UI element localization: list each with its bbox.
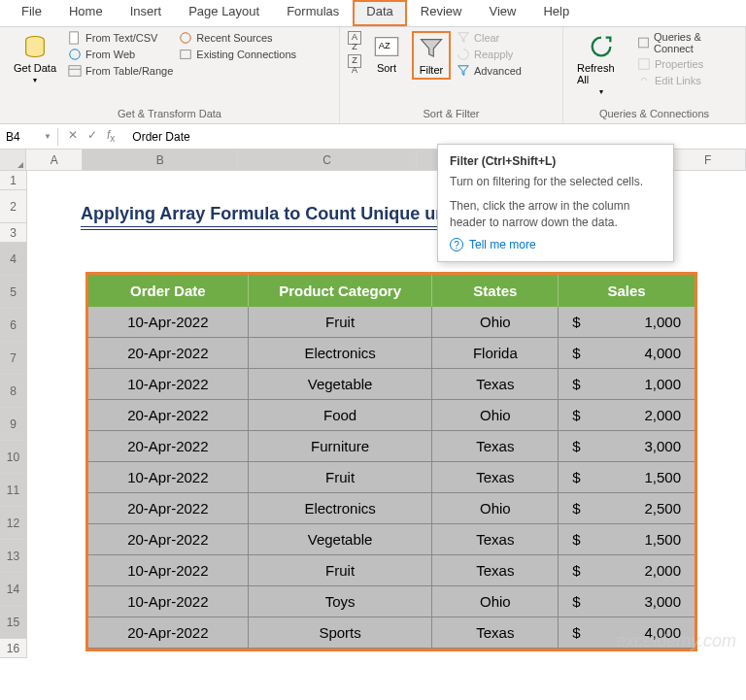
recent-sources-button[interactable]: Recent Sources <box>179 31 296 45</box>
from-text-csv-button[interactable]: From Text/CSV <box>68 31 173 45</box>
tab-help[interactable]: Help <box>529 0 583 26</box>
table-row[interactable]: 20-Apr-2022ElectronicsFlorida$4,000 <box>88 338 695 369</box>
sort-desc-button[interactable]: ZA <box>348 54 361 68</box>
cell-state[interactable]: Ohio <box>432 586 559 617</box>
chevron-down-icon[interactable]: ▼ <box>44 132 51 141</box>
col-header-F[interactable]: F <box>671 150 746 170</box>
existing-connections-button[interactable]: Existing Connections <box>179 48 296 61</box>
cell-date[interactable]: 20-Apr-2022 <box>88 493 249 524</box>
cell-date[interactable]: 20-Apr-2022 <box>88 400 249 431</box>
cell-state[interactable]: Texas <box>432 524 559 555</box>
row-header-13[interactable]: 13 <box>0 540 27 573</box>
edit-links-button[interactable]: Edit Links <box>637 74 737 87</box>
tab-pagelayout[interactable]: Page Layout <box>175 0 273 26</box>
name-box[interactable]: B4▼ <box>0 128 58 146</box>
formula-input[interactable]: Order Date <box>124 128 746 146</box>
table-row[interactable]: 10-Apr-2022FruitOhio$1,000 <box>88 307 695 338</box>
cell-sales[interactable]: $3,000 <box>559 431 695 462</box>
row-header-6[interactable]: 6 <box>0 309 27 342</box>
sort-asc-button[interactable]: AZ <box>348 31 361 45</box>
cell-date[interactable]: 10-Apr-2022 <box>88 369 249 400</box>
fx-icon[interactable]: fx <box>107 128 115 144</box>
advanced-filter-button[interactable]: Advanced <box>457 64 522 78</box>
tab-data[interactable]: Data <box>353 0 406 26</box>
row-header-15[interactable]: 15 <box>0 606 27 639</box>
cell-state[interactable]: Texas <box>432 431 559 462</box>
row-header-8[interactable]: 8 <box>0 375 27 408</box>
col-header-A[interactable]: A <box>26 150 83 170</box>
tab-view[interactable]: View <box>475 0 529 26</box>
cell-category[interactable]: Fruit <box>249 462 433 493</box>
cell-category[interactable]: Vegetable <box>249 369 433 400</box>
table-row[interactable]: 10-Apr-2022VegetableTexas$1,000 <box>88 369 695 400</box>
row-header-3[interactable]: 3 <box>0 223 27 243</box>
accept-formula-icon[interactable]: ✓ <box>87 128 97 144</box>
row-header-11[interactable]: 11 <box>0 474 27 507</box>
cell-date[interactable]: 20-Apr-2022 <box>88 524 249 555</box>
header-order-date[interactable]: Order Date <box>88 275 249 307</box>
from-web-button[interactable]: From Web <box>68 48 173 61</box>
cell-category[interactable]: Fruit <box>249 307 433 338</box>
table-row[interactable]: 20-Apr-2022SportsTexas$4,000 <box>88 617 695 649</box>
cell-state[interactable]: Ohio <box>432 493 559 524</box>
tab-review[interactable]: Review <box>407 0 476 26</box>
table-row[interactable]: 10-Apr-2022FruitTexas$1,500 <box>88 462 695 493</box>
cell-date[interactable]: 20-Apr-2022 <box>88 617 249 649</box>
cell-date[interactable]: 10-Apr-2022 <box>88 586 249 617</box>
cell-category[interactable]: Vegetable <box>249 524 433 555</box>
table-row[interactable]: 20-Apr-2022VegetableTexas$1,500 <box>88 524 695 555</box>
cell-sales[interactable]: $3,000 <box>559 586 695 617</box>
cell-date[interactable]: 10-Apr-2022 <box>88 462 249 493</box>
header-product-category[interactable]: Product Category <box>249 275 433 307</box>
cell-category[interactable]: Sports <box>249 617 433 649</box>
cell-date[interactable]: 20-Apr-2022 <box>88 431 249 462</box>
cell-sales[interactable]: $2,000 <box>559 555 695 586</box>
cancel-formula-icon[interactable]: ✕ <box>68 128 78 144</box>
sort-button[interactable]: AZ Sort <box>367 31 406 76</box>
get-data-button[interactable]: Get Data▾ <box>8 31 62 86</box>
cell-sales[interactable]: $1,500 <box>559 524 695 555</box>
row-header-10[interactable]: 10 <box>0 441 27 474</box>
row-header-14[interactable]: 14 <box>0 573 27 606</box>
col-header-B[interactable]: B <box>83 150 238 170</box>
page-title[interactable]: Applying Array Formula to Count Unique u… <box>81 204 461 230</box>
cell-state[interactable]: Texas <box>432 462 559 493</box>
row-header-7[interactable]: 7 <box>0 342 27 375</box>
row-header-12[interactable]: 12 <box>0 507 27 540</box>
queries-connections-button[interactable]: Queries & Connect <box>637 31 737 54</box>
cell-date[interactable]: 10-Apr-2022 <box>88 307 249 338</box>
cell-state[interactable]: Texas <box>432 617 559 649</box>
cell-date[interactable]: 20-Apr-2022 <box>88 338 249 369</box>
header-states[interactable]: States <box>432 275 559 307</box>
table-row[interactable]: 10-Apr-2022ToysOhio$3,000 <box>88 586 695 617</box>
tab-home[interactable]: Home <box>55 0 117 26</box>
clear-filter-button[interactable]: Clear <box>457 31 522 45</box>
cell-category[interactable]: Electronics <box>249 338 433 369</box>
tab-insert[interactable]: Insert <box>117 0 176 26</box>
cell-state[interactable]: Ohio <box>432 307 559 338</box>
cell-state[interactable]: Ohio <box>432 400 559 431</box>
tooltip-tell-me-more[interactable]: ?Tell me more <box>450 238 661 251</box>
reapply-button[interactable]: Reapply <box>457 48 522 61</box>
tab-file[interactable]: File <box>8 0 55 26</box>
cell-sales[interactable]: $4,000 <box>559 338 695 369</box>
table-row[interactable]: 20-Apr-2022ElectronicsOhio$2,500 <box>88 493 695 524</box>
col-header-C[interactable]: C <box>238 150 417 170</box>
row-header-2[interactable]: 2 <box>0 190 27 223</box>
row-header-16[interactable]: 16 <box>0 639 27 658</box>
cell-sales[interactable]: $1,000 <box>559 369 695 400</box>
cell-category[interactable]: Fruit <box>249 555 433 586</box>
cell-category[interactable]: Furniture <box>249 431 433 462</box>
cell-sales[interactable]: $1,000 <box>559 307 695 338</box>
cell-sales[interactable]: $1,500 <box>559 462 695 493</box>
row-header-9[interactable]: 9 <box>0 408 27 441</box>
row-header-5[interactable]: 5 <box>0 276 27 309</box>
cell-category[interactable]: Electronics <box>249 493 433 524</box>
filter-button[interactable]: Filter <box>412 31 451 80</box>
from-table-button[interactable]: From Table/Range <box>68 64 173 78</box>
tab-formulas[interactable]: Formulas <box>273 0 353 26</box>
cell-state[interactable]: Florida <box>432 338 559 369</box>
cell-date[interactable]: 10-Apr-2022 <box>88 555 249 586</box>
row-header-1[interactable]: 1 <box>0 171 27 190</box>
refresh-all-button[interactable]: Refresh All▾ <box>571 31 631 98</box>
